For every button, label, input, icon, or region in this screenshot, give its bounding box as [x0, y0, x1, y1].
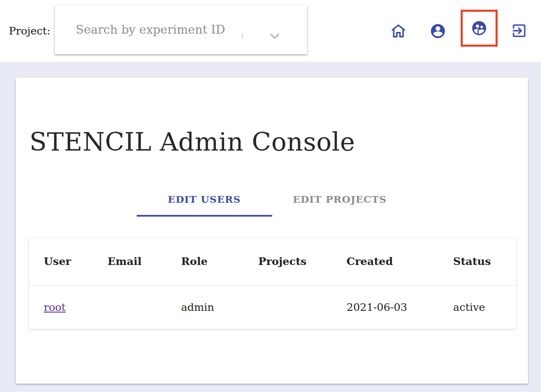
account-button[interactable]: [430, 23, 446, 40]
cell-user: root: [29, 285, 94, 329]
search-divider: [242, 33, 243, 39]
admin-users-button[interactable]: [471, 20, 488, 37]
column-header-projects: Projects: [245, 238, 333, 285]
cell-projects: [245, 285, 333, 329]
logout-button[interactable]: [511, 22, 528, 39]
home-icon: [390, 23, 407, 40]
chevron-down-icon: [268, 38, 282, 44]
topbar: Project:: [0, 0, 541, 62]
table-row: root admin 2021-06-03 active: [29, 285, 516, 329]
project-label: Project:: [9, 25, 50, 37]
cell-email: [94, 285, 168, 329]
experiment-search-input[interactable]: [76, 5, 239, 54]
column-header-role: Role: [167, 238, 245, 285]
cell-created: 2021-06-03: [333, 285, 440, 329]
cell-status: active: [440, 285, 516, 329]
experiment-search-box[interactable]: [55, 5, 307, 54]
admin-console-card: STENCIL Admin Console EDIT USERS EDIT PR…: [16, 78, 528, 384]
column-header-user: User: [29, 238, 94, 285]
users-table-card: User Email Role Projects Created Status …: [29, 238, 517, 329]
account-circle-icon: [430, 23, 446, 40]
admin-highlight-box: [461, 10, 498, 47]
page-title: STENCIL Admin Console: [16, 78, 528, 156]
tab-edit-projects[interactable]: EDIT PROJECTS: [272, 183, 408, 217]
table-header-row: User Email Role Projects Created Status: [29, 238, 516, 285]
group-users-icon: [471, 20, 488, 37]
column-header-email: Email: [94, 238, 168, 285]
tabs: EDIT USERS EDIT PROJECTS: [16, 183, 528, 217]
search-dropdown-button[interactable]: [268, 29, 282, 43]
logout-icon: [511, 22, 528, 39]
users-table: User Email Role Projects Created Status …: [29, 238, 516, 329]
cell-role: admin: [167, 285, 245, 329]
column-header-status: Status: [440, 238, 516, 285]
column-header-created: Created: [333, 238, 440, 285]
user-link[interactable]: root: [44, 301, 66, 313]
tab-edit-users[interactable]: EDIT USERS: [137, 183, 272, 217]
home-button[interactable]: [390, 23, 407, 40]
